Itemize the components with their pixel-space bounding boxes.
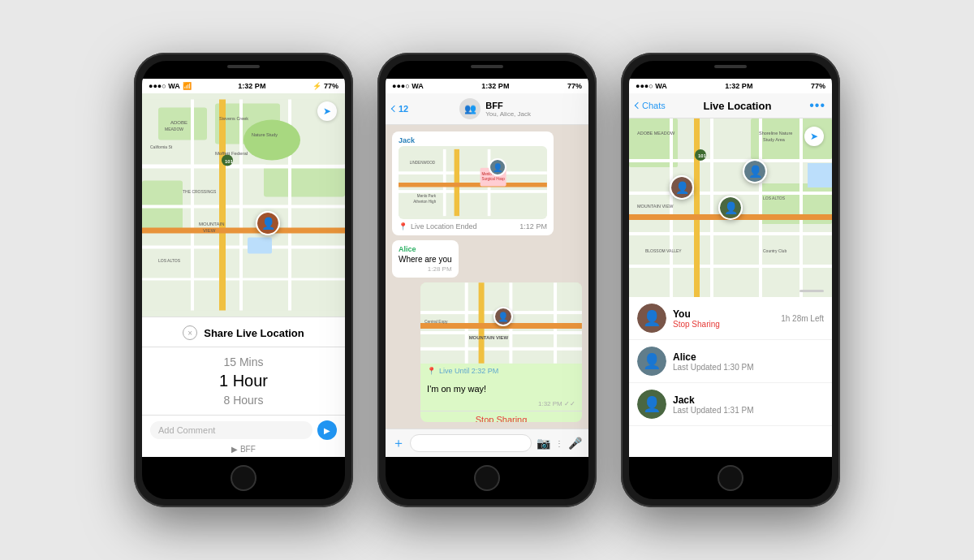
sender-alice: Alice <box>399 245 452 253</box>
jack-avatar-pin: 👤 <box>718 196 743 220</box>
jack-status: Last Updated 1:31 PM <box>673 406 824 415</box>
jack-map-svg: Menlo Park Surgical Hosp LINDENWOOD Menl… <box>399 146 547 219</box>
svg-rect-66 <box>808 163 832 187</box>
time-option-8hours[interactable]: 8 Hours <box>142 392 345 408</box>
map-svg: ADOBE MEADOW Stevens Creek Nature Study … <box>142 93 345 317</box>
group-members: You, Alice, Jack <box>485 110 531 118</box>
svg-text:ADOBE: ADOBE <box>170 120 187 125</box>
svg-point-14 <box>244 120 300 161</box>
time-text: 1:32 PM <box>238 82 265 90</box>
svg-text:Study Area: Study Area <box>763 137 786 142</box>
time-options: 15 Mins 1 Hour 8 Hours <box>142 347 345 415</box>
svg-rect-34 <box>399 183 547 187</box>
send-button[interactable]: ▶ <box>317 420 337 440</box>
svg-text:LOS ALTOS: LOS ALTOS <box>763 196 786 200</box>
bluetooth-icon: ⚡ <box>312 82 321 90</box>
jack-name: Jack <box>673 394 824 406</box>
live-map-view: ADOBE MEADOW Shoreline Nature Study Area… <box>629 118 832 297</box>
svg-text:VIEW: VIEW <box>203 228 216 233</box>
time-option-1hour[interactable]: 1 Hour <box>142 370 345 392</box>
carrier-2: ●●●○ WA <box>392 82 424 90</box>
status-bar-3: ●●●○ WA 1:32 PM 77% <box>629 79 832 93</box>
svg-text:LOS ALTOS: LOS ALTOS <box>158 258 181 263</box>
chat-nav: 12 👥 BFF You, Alice, Jack <box>386 93 588 125</box>
add-icon[interactable]: ＋ <box>392 435 405 452</box>
my-map-preview: MOUNTAIN VIEW Central Expy 👤 <box>420 282 582 364</box>
you-avatar-pin: 👤 <box>670 175 694 200</box>
svg-text:MOUNTAIN VIEW: MOUNTAIN VIEW <box>637 204 674 209</box>
svg-rect-63 <box>799 118 803 297</box>
svg-rect-44 <box>420 347 582 351</box>
phone-live-location: ●●●○ WA 1:32 PM 77% Chats Live Location … <box>621 53 840 507</box>
svg-text:Menlo Park: Menlo Park <box>417 194 437 198</box>
message-alice-text: Alice Where are you 1:28 PM <box>392 240 459 278</box>
svg-rect-29 <box>399 171 547 174</box>
you-avatar: 👤 <box>637 304 666 333</box>
location-ended-msg: 📍 Live Location Ended 1:12 PM <box>399 222 547 230</box>
speaker-2 <box>471 65 503 68</box>
svg-rect-13 <box>142 228 345 234</box>
svg-text:California St: California St <box>150 144 173 149</box>
live-nav-arrow-icon[interactable]: ➤ <box>804 127 824 146</box>
camera-icon[interactable]: 📷 <box>537 437 550 450</box>
group-name: BFF <box>485 101 531 110</box>
back-button[interactable]: 12 <box>392 104 408 114</box>
status-bar: ●●●○ WA 📶 1:32 PM ⚡ 77% <box>142 79 345 93</box>
back-chevron-icon <box>391 106 398 112</box>
person-row-jack: 👤 Jack Last Updated 1:31 PM <box>629 383 832 426</box>
time-option-15min[interactable]: 15 Mins <box>142 354 345 370</box>
chat-input-bar: ＋ 📷 ⋮ 🎤 <box>386 429 588 457</box>
mic-icon[interactable]: 🎤 <box>568 437 582 450</box>
home-button-2[interactable] <box>474 465 500 491</box>
svg-rect-30 <box>399 190 547 193</box>
svg-text:Stevens Creek: Stevens Creek <box>219 116 248 121</box>
alice-name: Alice <box>673 351 824 363</box>
close-button[interactable]: × <box>183 325 197 340</box>
nav-arrow-icon[interactable]: ➤ <box>317 101 337 121</box>
svg-text:Central Expy: Central Expy <box>425 320 448 324</box>
chat-text-input[interactable] <box>410 434 532 452</box>
svg-rect-9 <box>191 100 194 311</box>
svg-rect-61 <box>710 118 713 297</box>
home-button[interactable] <box>231 465 256 491</box>
sender-jack: Jack <box>399 136 547 144</box>
svg-text:ADOBE MEADOW: ADOBE MEADOW <box>637 131 675 136</box>
close-icon: × <box>187 329 192 338</box>
my-message-time: 1:32 PM ✓✓ <box>420 398 582 409</box>
svg-rect-10 <box>239 100 243 311</box>
svg-rect-15 <box>248 238 272 254</box>
speaker <box>227 65 260 68</box>
more-options[interactable]: ••• <box>809 98 825 113</box>
wifi-icon: 📶 <box>183 82 192 90</box>
comment-input[interactable]: Add Comment <box>150 421 312 439</box>
dots-icon[interactable]: ⋮ <box>555 439 563 448</box>
live-until: Live Until 2:32 PM <box>439 367 498 375</box>
svg-rect-62 <box>759 118 762 297</box>
carrier-text: ●●●○ WA <box>149 82 180 90</box>
home-button-3[interactable] <box>718 465 743 491</box>
person-row-alice: 👤 Alice Last Updated 1:30 PM <box>629 340 832 383</box>
svg-text:MOUNTAIN VIEW: MOUNTAIN VIEW <box>469 335 509 340</box>
stop-sharing-button[interactable]: Stop Sharing <box>420 411 582 422</box>
share-title: Share Live Location <box>204 327 304 339</box>
destination-label: ▶ BFF <box>142 445 345 457</box>
jack-map-avatar: 👤 <box>489 158 506 176</box>
ended-text: Live Location Ended <box>411 222 477 230</box>
my-location-message: MOUNTAIN VIEW Central Expy 👤 📍 Live Unti… <box>420 282 582 422</box>
share-panel: × Share Live Location 15 Mins 1 Hour 8 H… <box>142 317 345 457</box>
you-status[interactable]: Stop Sharing <box>673 320 774 329</box>
alice-status: Last Updated 1:30 PM <box>673 363 824 372</box>
battery-2: 77% <box>567 82 582 90</box>
svg-rect-6 <box>142 205 345 209</box>
comment-placeholder: Add Comment <box>158 425 215 435</box>
svg-rect-4 <box>264 165 345 197</box>
status-bar-2: ●●●○ WA 1:32 PM 77% <box>386 79 588 93</box>
message-jack-location: Jack Menlo Park Surgical Hos <box>392 131 554 235</box>
svg-text:Surgical Hosp: Surgical Hosp <box>481 177 505 181</box>
svg-rect-43 <box>420 331 582 334</box>
svg-rect-8 <box>142 278 345 281</box>
svg-text:101: 101 <box>698 153 707 158</box>
back-to-chats[interactable]: Chats <box>636 101 666 110</box>
phone-share-location: ●●●○ WA 📶 1:32 PM ⚡ 77% <box>134 53 353 507</box>
battery-3: 77% <box>811 82 825 90</box>
